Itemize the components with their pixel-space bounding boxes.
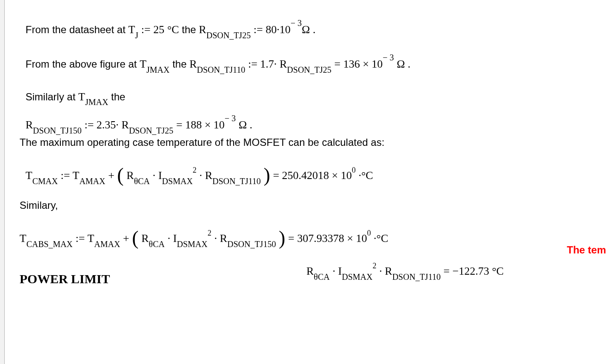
assign-op: := (61, 169, 73, 182)
paragraph-line-1: From the datasheet at TJ := 25 °C the RD… (26, 21, 593, 38)
text: . (313, 23, 316, 36)
var-t: T (26, 169, 32, 182)
heading-power-limit: POWER LIMIT (20, 272, 110, 286)
sup-2: 2 (193, 166, 197, 174)
page-left-edge (0, 0, 5, 364)
var-t: T (78, 91, 85, 103)
unit-c: ·°C (374, 232, 388, 245)
sub-rdson-tj25: DSON_TJ25 (129, 126, 173, 135)
paragraph-line-2: From the above figure at TJMAX the RDSON… (26, 56, 593, 72)
var-r: R (26, 119, 33, 131)
value-25: 25 (153, 23, 164, 36)
unit-c: ·°C (358, 169, 373, 182)
sub-rdson-tj110: DSON_TJ110 (197, 65, 246, 74)
plus-op: + (108, 169, 117, 182)
sup-2: 2 (208, 229, 212, 237)
document-page: From the datasheet at TJ := 25 °C the RD… (0, 0, 606, 364)
unit-ohm: Ω . (397, 58, 410, 70)
value-250: 250.42018 × 10 (282, 169, 352, 182)
eq-op: = (443, 265, 452, 277)
sub-rdson-tj110: DSON_TJ110 (212, 176, 261, 186)
var-r: R (199, 23, 206, 36)
sub-theta-ca: θCA (314, 272, 329, 282)
var-r: R (189, 58, 197, 70)
sub-rdson-tj150: DSON_TJ150 (33, 126, 81, 135)
assign-op: := (84, 119, 96, 131)
unit-c: °C (167, 23, 179, 36)
text: the (172, 58, 189, 70)
sub-rdson-tj150: DSON_TJ150 (227, 239, 276, 249)
var-r: R (385, 265, 392, 277)
sub-rdson-tj25: DSON_TJ25 (287, 65, 331, 74)
var-r: R (280, 58, 287, 70)
eq-op: = (176, 119, 185, 131)
sup-2: 2 (372, 262, 376, 270)
value-188e-3: 188 × 10 (185, 119, 225, 131)
assign-op: := (75, 232, 87, 245)
var-t: T (140, 58, 146, 70)
sub-dsmax: DSMAX (177, 239, 208, 249)
text: Similarly at (26, 91, 78, 102)
assign-op: := (248, 58, 260, 70)
equation-rtheta-result: RθCA · IDSMAX2 · RDSON_TJ110 = −122.73 °… (306, 264, 504, 279)
text: The maximum operating case temperature o… (20, 136, 384, 148)
var-r: R (220, 232, 227, 245)
sub-theta-ca: θCA (149, 239, 165, 249)
text: the (111, 91, 125, 102)
mul-op: · (153, 169, 156, 182)
var-i: I (158, 169, 162, 182)
mul-op: · (168, 232, 171, 245)
sub-cmax: CMAX (32, 176, 58, 186)
var-t: T (87, 232, 94, 245)
left-paren: ( (132, 227, 138, 249)
exp-0: 0 (367, 229, 371, 237)
sub-dsmax: DSMAX (342, 272, 372, 282)
text: The tem (567, 244, 606, 256)
sub-jmax: JMAX (85, 97, 108, 107)
mul-op: · (200, 169, 203, 182)
sub-rdson-tj110: DSON_TJ110 (392, 272, 441, 282)
paragraph-similarly: Similary, (20, 199, 593, 212)
var-i: I (173, 232, 177, 245)
assign-op: := (141, 23, 153, 36)
mul-op: · (332, 265, 335, 277)
equation-tcabs-max: TCABS_MAX := TAMAX + ( RθCA · IDSMAX2 · … (20, 224, 593, 247)
factor-2p35: 2.35· (97, 119, 119, 131)
value-307: 307.93378 × 10 (297, 232, 367, 245)
text: From the above figure at (26, 58, 140, 70)
right-paren: ) (263, 164, 270, 186)
unit-ohm: Ω . (239, 119, 252, 131)
paragraph-line-5: The maximum operating case temperature o… (20, 136, 593, 149)
var-t: T (20, 232, 26, 245)
right-paren: ) (279, 227, 285, 249)
sub-amax: AMAX (94, 239, 120, 249)
equation-rdson-tj150: RDSON_TJ150 := 2.35· RDSON_TJ25 = 188 × … (26, 117, 593, 133)
var-r: R (141, 232, 149, 245)
eq-op: = (334, 58, 343, 70)
eq-op: = (273, 169, 282, 182)
var-r: R (122, 119, 129, 131)
var-tj: T (128, 23, 135, 36)
sub-jmax: JMAX (146, 65, 169, 74)
eq-op: = (288, 232, 297, 245)
unit-ohm: Ω (302, 23, 310, 36)
var-r: R (306, 265, 314, 277)
sub-rdson-tj25: DSON_TJ25 (206, 31, 251, 40)
paragraph-line-3: Similarly at TJMAX the (26, 90, 593, 105)
exp: − 3 (291, 18, 302, 28)
var-r: R (205, 169, 212, 182)
value-80e-3: 80·10 (266, 23, 291, 36)
text: Similary, (20, 199, 58, 211)
text: POWER LIMIT (20, 272, 110, 286)
sub-cabs-max: CABS_MAX (26, 239, 73, 249)
mul-op: · (214, 232, 217, 245)
sub-theta-ca: θCA (134, 176, 150, 186)
exp: − 3 (225, 114, 236, 123)
sub-amax: AMAX (79, 176, 105, 186)
exp-0: 0 (352, 166, 356, 174)
factor-1p7: 1.7· (260, 58, 277, 70)
left-paren: ( (117, 164, 123, 186)
equation-tcmax: TCMAX := TAMAX + ( RθCA · IDSMAX2 · RDSO… (26, 161, 593, 184)
sub-dsmax: DSMAX (162, 176, 193, 186)
var-r: R (126, 169, 134, 182)
